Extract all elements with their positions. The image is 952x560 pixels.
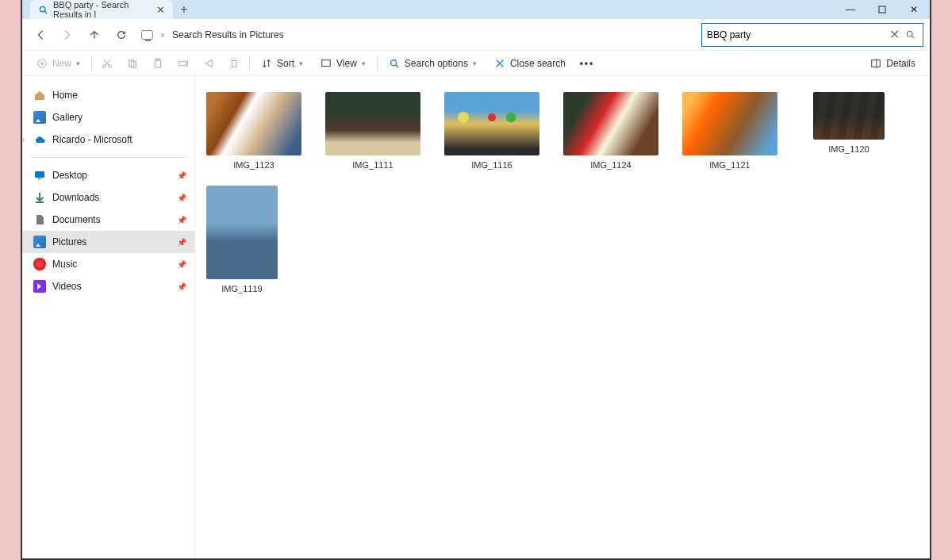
- sidebar: Home Gallery › Ricardo - Microsoft: [22, 76, 195, 558]
- chevron-down-icon: ▾: [299, 59, 303, 67]
- new-button[interactable]: New ▾: [29, 52, 88, 75]
- file-name: IMG_1120: [828, 144, 869, 154]
- chevron-right-icon: ›: [161, 29, 164, 40]
- close-search-label: Close search: [510, 58, 566, 69]
- chevron-down-icon: ▾: [473, 59, 477, 67]
- file-item[interactable]: IMG_1120: [801, 92, 896, 170]
- details-toggle[interactable]: Details: [862, 52, 923, 75]
- sidebar-item-home[interactable]: Home: [22, 84, 194, 106]
- svg-line-1: [44, 11, 47, 13]
- chevron-down-icon: ▾: [76, 59, 80, 67]
- svg-line-4: [912, 36, 914, 38]
- tab-search-results[interactable]: BBQ party - Search Results in I ✕: [30, 0, 173, 19]
- forward-button[interactable]: [56, 23, 79, 47]
- file-explorer-window: BBQ party - Search Results in I ✕ + — ✕: [21, 0, 931, 560]
- file-item[interactable]: IMG_1119: [206, 186, 278, 293]
- svg-line-15: [396, 64, 399, 67]
- search-options-button[interactable]: Search options ▾: [381, 52, 485, 75]
- close-search-button[interactable]: Close search: [486, 52, 574, 75]
- clear-search-icon[interactable]: ✕: [886, 27, 902, 42]
- music-icon: [33, 258, 46, 270]
- pictures-icon: [33, 236, 46, 248]
- chevron-right-icon[interactable]: ›: [22, 136, 25, 144]
- svg-rect-2: [879, 6, 885, 13]
- sidebar-item-label: Downloads: [52, 192, 99, 203]
- details-label: Details: [886, 58, 916, 69]
- sidebar-item-music[interactable]: Music 📌: [22, 253, 194, 275]
- svg-point-14: [390, 59, 396, 65]
- view-label: View: [336, 58, 357, 69]
- file-name: IMG_1123: [233, 160, 274, 170]
- desktop-icon: [33, 169, 46, 182]
- file-name: IMG_1119: [221, 284, 262, 293]
- thumbnail: [325, 92, 420, 155]
- file-name: IMG_1116: [471, 160, 512, 170]
- thumbnail: [682, 92, 777, 155]
- file-item[interactable]: IMG_1124: [563, 92, 658, 170]
- rename-button[interactable]: [171, 52, 195, 75]
- svg-rect-18: [35, 171, 44, 178]
- pin-icon[interactable]: 📌: [177, 260, 186, 269]
- navbar: › Search Results in Pictures ✕: [22, 19, 930, 51]
- sidebar-item-label: Music: [52, 259, 77, 270]
- add-tab-button[interactable]: +: [173, 0, 195, 19]
- pin-icon[interactable]: 📌: [177, 216, 186, 224]
- search-box[interactable]: ✕: [701, 23, 923, 47]
- up-button[interactable]: [83, 23, 106, 47]
- share-button[interactable]: [197, 52, 221, 75]
- file-name: IMG_1124: [590, 160, 631, 170]
- sort-label: Sort: [277, 58, 294, 69]
- sidebar-item-onedrive[interactable]: › Ricardo - Microsoft: [22, 128, 194, 151]
- delete-button[interactable]: [222, 52, 246, 75]
- sidebar-item-videos[interactable]: Videos 📌: [22, 275, 194, 297]
- back-button[interactable]: [29, 23, 52, 47]
- minimize-button[interactable]: —: [835, 0, 866, 19]
- more-button[interactable]: •••: [575, 52, 599, 75]
- pin-icon[interactable]: 📌: [177, 194, 186, 202]
- new-label: New: [52, 58, 71, 69]
- pin-icon[interactable]: 📌: [177, 171, 186, 180]
- maximize-button[interactable]: [866, 0, 898, 19]
- close-tab-icon[interactable]: ✕: [156, 4, 165, 16]
- sidebar-item-gallery[interactable]: Gallery: [22, 106, 194, 128]
- search-icon: [38, 3, 48, 16]
- titlebar: BBQ party - Search Results in I ✕ + — ✕: [22, 0, 930, 19]
- breadcrumb[interactable]: › Search Results in Pictures: [136, 29, 698, 40]
- chevron-down-icon: ▾: [362, 59, 366, 67]
- svg-rect-13: [322, 59, 331, 66]
- file-item[interactable]: IMG_1121: [682, 92, 777, 170]
- document-icon: [33, 213, 46, 226]
- sidebar-item-desktop[interactable]: Desktop 📌: [22, 164, 194, 186]
- sidebar-item-label: Home: [52, 90, 78, 101]
- thumbnail: [563, 92, 658, 155]
- search-input[interactable]: [707, 29, 886, 40]
- search-submit-icon[interactable]: [902, 29, 918, 40]
- sidebar-item-downloads[interactable]: Downloads 📌: [22, 186, 194, 209]
- pin-icon[interactable]: 📌: [177, 238, 186, 247]
- gallery-icon: [33, 111, 46, 124]
- close-window-button[interactable]: ✕: [898, 0, 930, 19]
- sort-button[interactable]: Sort ▾: [253, 52, 311, 75]
- sidebar-item-documents[interactable]: Documents 📌: [22, 209, 194, 231]
- tab-strip: BBQ party - Search Results in I ✕ +: [22, 0, 195, 19]
- thumbnail: [206, 186, 278, 279]
- pin-icon[interactable]: 📌: [177, 282, 186, 291]
- file-name: IMG_1121: [709, 160, 750, 170]
- refresh-button[interactable]: [109, 23, 133, 47]
- file-name: IMG_1111: [352, 160, 393, 170]
- content: Home Gallery › Ricardo - Microsoft: [22, 76, 930, 558]
- cut-button[interactable]: [95, 52, 119, 75]
- sidebar-item-label: Pictures: [52, 236, 86, 247]
- file-item[interactable]: IMG_1123: [206, 92, 301, 170]
- copy-button[interactable]: [121, 52, 144, 75]
- breadcrumb-text: Search Results in Pictures: [172, 29, 284, 40]
- sidebar-item-label: Videos: [52, 281, 81, 292]
- paste-button[interactable]: [146, 52, 170, 75]
- sidebar-item-pictures[interactable]: Pictures 📌: [22, 231, 194, 253]
- file-item[interactable]: IMG_1111: [325, 92, 420, 170]
- svg-rect-19: [38, 178, 41, 179]
- svg-point-3: [907, 31, 912, 36]
- file-item[interactable]: IMG_1116: [444, 92, 539, 170]
- view-button[interactable]: View ▾: [313, 52, 374, 75]
- home-icon: [33, 89, 46, 102]
